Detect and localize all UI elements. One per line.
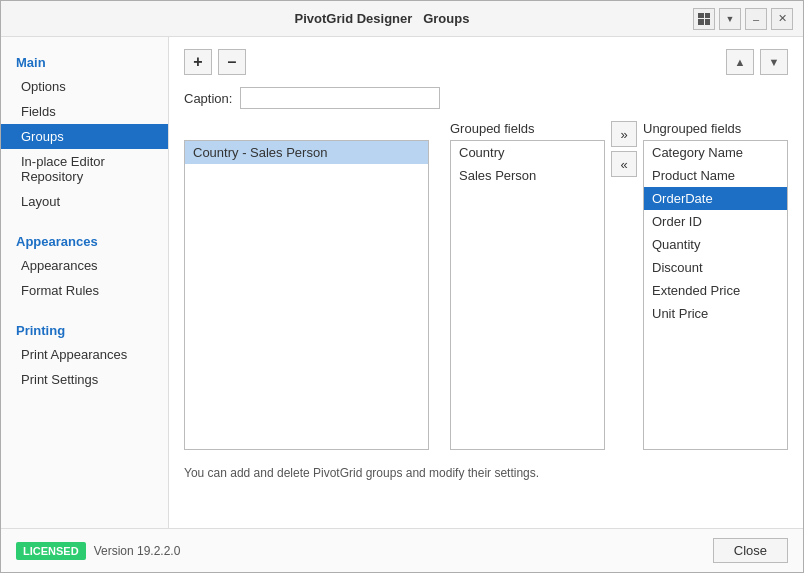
list-item[interactable]: Quantity xyxy=(644,233,787,256)
content-area: Main Options Fields Groups In-place Edit… xyxy=(1,37,803,528)
version-text: Version 19.2.2.0 xyxy=(94,544,181,558)
list-item[interactable]: OrderDate xyxy=(644,187,787,210)
list-item[interactable]: Sales Person xyxy=(451,164,604,187)
caption-row: Caption: xyxy=(184,87,788,109)
sidebar-item-print-appearances[interactable]: Print Appearances xyxy=(1,342,168,367)
sidebar-item-groups[interactable]: Groups xyxy=(1,124,168,149)
sidebar-item-inplace[interactable]: In-place Editor Repository xyxy=(1,149,168,189)
caption-input[interactable] xyxy=(240,87,440,109)
titlebar-dropdown-button[interactable]: ▼ xyxy=(719,8,741,30)
move-up-button[interactable]: ▲ xyxy=(726,49,754,75)
grouped-fields-header: Grouped fields xyxy=(450,121,605,136)
sidebar-section-printing: Printing xyxy=(1,315,168,342)
sidebar: Main Options Fields Groups In-place Edit… xyxy=(1,37,169,528)
caption-label: Caption: xyxy=(184,91,232,106)
titlebar-controls: ▼ – ✕ xyxy=(693,8,793,30)
list-item[interactable]: Country xyxy=(451,141,604,164)
ungrouped-fields-container: Ungrouped fields Category Name Product N… xyxy=(643,121,788,450)
licensed-badge: LICENSED xyxy=(16,542,86,560)
sidebar-item-print-settings[interactable]: Print Settings xyxy=(1,367,168,392)
move-down-button[interactable]: ▼ xyxy=(760,49,788,75)
sidebar-item-format-rules[interactable]: Format Rules xyxy=(1,278,168,303)
titlebar: PivotGrid Designer Groups ▼ – ✕ xyxy=(1,1,803,37)
close-window-button[interactable]: ✕ xyxy=(771,8,793,30)
sidebar-item-layout[interactable]: Layout xyxy=(1,189,168,214)
sidebar-section-main: Main xyxy=(1,47,168,74)
main-panel: + – ▲ ▼ Caption: . Country - Sales Perso… xyxy=(169,37,803,528)
main-window: PivotGrid Designer Groups ▼ – ✕ Main Opt… xyxy=(0,0,804,573)
minimize-button[interactable]: – xyxy=(745,8,767,30)
grid-view-button[interactable] xyxy=(693,8,715,30)
list-item[interactable]: Country - Sales Person xyxy=(185,141,428,164)
close-button[interactable]: Close xyxy=(713,538,788,563)
transfer-to-ungrouped-button[interactable]: « xyxy=(611,151,637,177)
list-item[interactable]: Unit Price xyxy=(644,302,787,325)
title-bold: Groups xyxy=(423,11,469,26)
sidebar-item-appearances[interactable]: Appearances xyxy=(1,253,168,278)
add-button[interactable]: + xyxy=(184,49,212,75)
grouped-fields-list[interactable]: Country Sales Person xyxy=(450,140,605,450)
list-item[interactable]: Product Name xyxy=(644,164,787,187)
groups-list[interactable]: Country - Sales Person xyxy=(184,140,429,450)
title-prefix: PivotGrid Designer xyxy=(295,11,413,26)
transfer-to-grouped-button[interactable]: » xyxy=(611,121,637,147)
grouped-fields-container: Grouped fields Country Sales Person xyxy=(450,121,605,450)
footer: LICENSED Version 19.2.2.0 Close xyxy=(1,528,803,572)
footer-left: LICENSED Version 19.2.2.0 xyxy=(16,542,180,560)
groups-list-header: . xyxy=(184,121,429,136)
list-item[interactable]: Extended Price xyxy=(644,279,787,302)
list-item[interactable]: Order ID xyxy=(644,210,787,233)
list-item[interactable]: Category Name xyxy=(644,141,787,164)
groups-list-container: . Country - Sales Person xyxy=(184,121,429,450)
remove-button[interactable]: – xyxy=(218,49,246,75)
ungrouped-fields-header: Ungrouped fields xyxy=(643,121,788,136)
sidebar-item-options[interactable]: Options xyxy=(1,74,168,99)
grid-icon xyxy=(698,13,710,25)
info-text: You can add and delete PivotGrid groups … xyxy=(184,466,788,480)
ungrouped-fields-list[interactable]: Category Name Product Name OrderDate Ord… xyxy=(643,140,788,450)
toolbar: + – ▲ ▼ xyxy=(184,49,788,75)
lists-area: . Country - Sales Person Grouped fields … xyxy=(184,121,788,450)
list-item[interactable]: Discount xyxy=(644,256,787,279)
transfer-buttons: » « xyxy=(605,121,643,177)
sidebar-section-appearances: Appearances xyxy=(1,226,168,253)
sidebar-item-fields[interactable]: Fields xyxy=(1,99,168,124)
window-title: PivotGrid Designer Groups xyxy=(71,11,693,26)
